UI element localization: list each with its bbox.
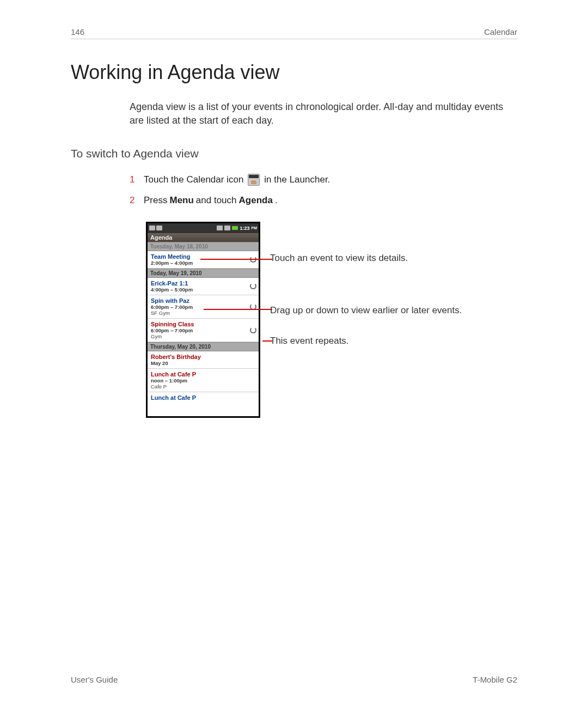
event-location: Gym	[151, 333, 247, 339]
wifi-icon	[224, 226, 230, 230]
status-bar: 1:23 PM	[148, 223, 259, 233]
event-time: 2:00pm – 4:00pm	[151, 260, 247, 266]
signal-icon	[217, 226, 223, 230]
day-header: Tuesday, May 18, 2010	[148, 242, 259, 251]
status-time: 1:23	[240, 226, 249, 231]
footer-left: User's Guide	[71, 675, 118, 684]
figure: 1:23 PM Agenda Tuesday, May 18, 2010 Tea…	[146, 222, 517, 418]
period: .	[275, 193, 278, 208]
status-pm: PM	[252, 226, 258, 230]
callout-1: Touch an event to view its details.	[270, 252, 408, 264]
page-footer: User's Guide T-Mobile G2	[71, 675, 517, 684]
day-header: Today, May 19, 2010	[148, 269, 259, 278]
event-item[interactable]: Lunch at Cafe P	[148, 392, 259, 403]
callout-3: This event repeats.	[270, 335, 349, 347]
event-time: 4:00pm – 5:00pm	[151, 287, 247, 293]
menu-label: Menu	[169, 193, 193, 208]
step-list: 1 Touch the Calendar icon in the Launche…	[130, 172, 517, 207]
step-number: 1	[130, 172, 137, 187]
event-title: Lunch at Cafe P	[151, 394, 247, 401]
repeat-icon	[250, 327, 256, 333]
mail-icon	[149, 226, 155, 230]
main-heading: Working in Agenda view	[71, 61, 517, 84]
event-time: May 20	[151, 360, 247, 366]
event-time: noon – 1:00pm	[151, 378, 247, 384]
app-titlebar: Agenda	[148, 233, 259, 242]
leader-line	[204, 309, 272, 310]
section-title: Calendar	[484, 27, 517, 36]
battery-icon	[232, 226, 238, 230]
calendar-icon	[248, 174, 260, 186]
step-2: 2 Press Menu and touch Agenda.	[130, 193, 517, 208]
intro-paragraph: Agenda view is a list of your events in …	[130, 100, 517, 127]
page: 146 Calendar Working in Agenda view Agen…	[0, 0, 588, 706]
repeat-icon	[250, 283, 256, 289]
status-right: 1:23 PM	[217, 226, 257, 231]
event-item[interactable]: Spin with Paz 6:00pm – 7:00pm SF Gym	[148, 295, 259, 319]
sim-icon	[156, 226, 162, 230]
event-item[interactable]: Robert's Birthday May 20	[148, 351, 259, 369]
event-item[interactable]: Erick-Paz 1:1 4:00pm – 5:00pm	[148, 278, 259, 295]
callout-2: Drag up or down to view earlier or later…	[270, 305, 462, 317]
step-1: 1 Touch the Calendar icon in the Launche…	[130, 172, 517, 187]
step-2-text-a: Press	[144, 193, 167, 208]
footer-right: T-Mobile G2	[473, 675, 517, 684]
event-location: SF Gym	[151, 310, 247, 316]
step-1-text-b: in the Launcher.	[264, 172, 330, 187]
leader-line	[200, 259, 272, 260]
event-title: Spin with Paz	[151, 297, 247, 304]
event-time: 6:00pm – 7:00pm	[151, 327, 247, 333]
page-header: 146 Calendar	[71, 27, 517, 39]
event-item[interactable]: Team Meeting 2:00pm – 4:00pm	[148, 251, 259, 269]
step-text: Press Menu and touch Agenda.	[144, 193, 278, 208]
event-location: Cafe P	[151, 384, 247, 389]
step-2-text-b: and touch	[196, 193, 237, 208]
day-header: Thursday, May 20, 2010	[148, 342, 259, 351]
event-title: Lunch at Cafe P	[151, 371, 247, 378]
event-title: Erick-Paz 1:1	[151, 280, 247, 287]
sub-heading: To switch to Agenda view	[71, 147, 517, 160]
phone-screenshot: 1:23 PM Agenda Tuesday, May 18, 2010 Tea…	[146, 222, 260, 418]
agenda-label: Agenda	[239, 193, 273, 208]
step-text: Touch the Calendar icon in the Launcher.	[144, 172, 330, 187]
step-1-text-a: Touch the Calendar icon	[144, 172, 243, 187]
event-title: Spinning Class	[151, 321, 247, 327]
event-title: Robert's Birthday	[151, 354, 247, 360]
step-number: 2	[130, 193, 137, 208]
event-item[interactable]: Lunch at Cafe P noon – 1:00pm Cafe P	[148, 369, 259, 392]
status-left-icons	[149, 226, 162, 230]
event-item[interactable]: Spinning Class 6:00pm – 7:00pm Gym	[148, 319, 259, 342]
page-number: 146	[71, 27, 84, 36]
